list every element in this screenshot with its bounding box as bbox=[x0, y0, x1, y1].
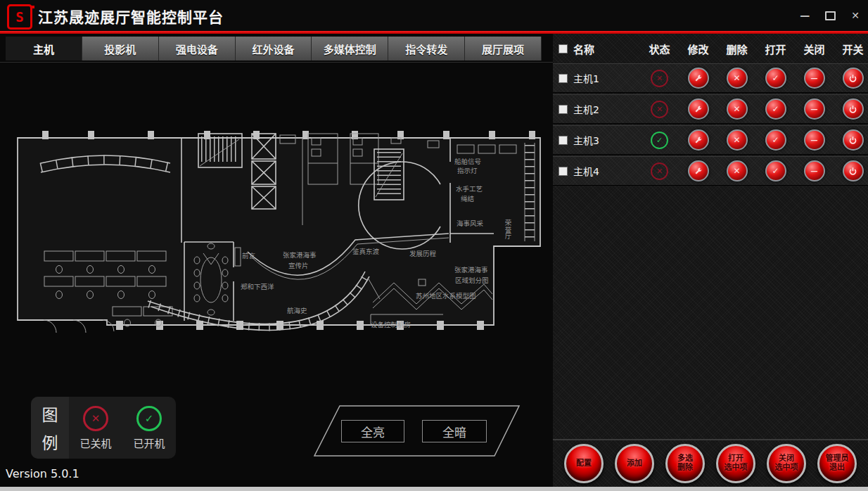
status-icon bbox=[651, 132, 668, 149]
edit-button[interactable] bbox=[688, 68, 709, 89]
column-power: 开关 bbox=[834, 42, 868, 56]
power-button[interactable] bbox=[843, 98, 864, 120]
window-bottom-border bbox=[0, 487, 868, 491]
column-open: 打开 bbox=[756, 42, 795, 56]
open-button[interactable] bbox=[765, 160, 786, 181]
label-navigation-history: 航海史 bbox=[287, 307, 307, 314]
door-arcs bbox=[44, 320, 114, 333]
device-name: 主机3 bbox=[573, 133, 599, 147]
row-checkbox[interactable] bbox=[559, 167, 568, 176]
column-edit: 修改 bbox=[679, 42, 717, 56]
tab-multimedia-control[interactable]: 多媒体控制 bbox=[312, 37, 388, 60]
title-bar: S 江苏晟迹展厅智能控制平台 — ✕ bbox=[0, 0, 868, 31]
power-icon bbox=[848, 167, 857, 176]
tab-host[interactable]: 主机 bbox=[6, 37, 82, 60]
power-button[interactable] bbox=[843, 160, 864, 181]
close-button[interactable] bbox=[804, 68, 825, 89]
power-button[interactable] bbox=[843, 129, 864, 151]
row-checkbox[interactable] bbox=[559, 105, 568, 114]
label-zone-map: 区域划分图 bbox=[455, 276, 489, 284]
device-name: 主机2 bbox=[573, 102, 599, 116]
label-foreword: 前言 bbox=[242, 252, 256, 260]
delete-button[interactable] bbox=[727, 98, 748, 120]
legend: 图 例 已关机 已开机 bbox=[31, 397, 176, 459]
device-name: 主机4 bbox=[573, 164, 599, 178]
column-close: 关闭 bbox=[795, 42, 834, 56]
admin-logout-button[interactable]: 管理员 退出 bbox=[817, 444, 857, 483]
add-button[interactable]: 添加 bbox=[615, 444, 654, 483]
app-window: S 江苏晟迹展厅智能控制平台 — ✕ 主机 投影机 强电设备 红外设备 多媒体控… bbox=[0, 0, 868, 491]
legend-item-on: 已开机 bbox=[122, 406, 176, 450]
wrench-icon bbox=[694, 105, 703, 114]
edit-button[interactable] bbox=[688, 160, 709, 181]
tab-command-forward[interactable]: 指令转发 bbox=[388, 37, 465, 60]
power-icon bbox=[848, 136, 857, 145]
button-label: 选中项 bbox=[725, 464, 748, 473]
legend-title: 图 例 bbox=[31, 397, 69, 459]
tab-exhibit-items[interactable]: 展厅展项 bbox=[465, 37, 542, 60]
edit-button[interactable] bbox=[688, 129, 709, 151]
close-button[interactable] bbox=[804, 160, 825, 181]
power-button[interactable] bbox=[843, 68, 864, 89]
label-indicator-light: 指示灯 bbox=[457, 167, 478, 174]
row-checkbox[interactable] bbox=[559, 74, 568, 83]
open-selected-button[interactable]: 打开 选中项 bbox=[716, 444, 755, 483]
maximize-icon[interactable] bbox=[825, 11, 836, 20]
open-button[interactable] bbox=[765, 98, 786, 120]
row-checkbox[interactable] bbox=[559, 136, 568, 145]
powered-on-icon bbox=[136, 406, 162, 431]
app-logo-icon: S bbox=[7, 4, 32, 30]
legend-off-label: 已关机 bbox=[79, 435, 111, 450]
label-zjg-maritime: 张家港海事 bbox=[283, 251, 317, 259]
device-rows: 主机1 主机2 主机3 bbox=[553, 63, 868, 186]
select-all-checkbox[interactable] bbox=[559, 44, 568, 53]
close-icon[interactable]: ✕ bbox=[851, 11, 860, 20]
edit-button[interactable] bbox=[688, 98, 709, 120]
label-zhenghe-voyage: 郑和下西洋 bbox=[241, 283, 274, 291]
close-selected-button[interactable]: 关闭 选中项 bbox=[767, 444, 806, 483]
tab-projector[interactable]: 投影机 bbox=[82, 37, 159, 60]
close-button[interactable] bbox=[804, 129, 825, 151]
wrench-icon bbox=[694, 167, 703, 176]
button-label: 退出 bbox=[829, 464, 845, 473]
configure-button[interactable]: 配置 bbox=[564, 444, 604, 483]
table-row[interactable]: 主机1 bbox=[553, 63, 868, 93]
status-icon bbox=[651, 101, 668, 118]
multi-delete-button[interactable]: 多选 删除 bbox=[665, 444, 705, 483]
wrench-icon bbox=[694, 74, 703, 83]
table-row[interactable]: 主机3 bbox=[553, 125, 868, 155]
window-controls: — ✕ bbox=[800, 0, 860, 31]
table-header: 名称 状态 修改 删除 打开 关闭 开关 bbox=[553, 34, 868, 63]
table-row[interactable]: 主机4 bbox=[553, 156, 868, 186]
close-button[interactable] bbox=[804, 98, 825, 120]
label-jianzhen-voyage: 鉴真东渡 bbox=[352, 248, 380, 255]
power-icon bbox=[848, 74, 857, 83]
label-water-system-model: 苏州地区水系模型图 bbox=[416, 292, 476, 300]
app-title: 江苏晟迹展厅智能控制平台 bbox=[38, 6, 224, 27]
table-row[interactable]: 主机2 bbox=[553, 94, 868, 124]
all-dark-button[interactable]: 全暗 bbox=[422, 420, 487, 442]
open-button[interactable] bbox=[765, 129, 786, 151]
button-label: 删除 bbox=[677, 464, 693, 473]
legend-title-char1: 图 bbox=[42, 402, 58, 426]
open-button[interactable] bbox=[765, 68, 786, 89]
version-text: Version 5.0.1 bbox=[6, 467, 79, 480]
delete-button[interactable] bbox=[727, 160, 748, 181]
delete-button[interactable] bbox=[727, 129, 748, 151]
status-icon bbox=[651, 162, 668, 180]
label-ship-signal: 船舶信号 bbox=[454, 158, 481, 165]
delete-button[interactable] bbox=[727, 68, 748, 89]
device-name: 主机1 bbox=[573, 71, 599, 85]
column-status: 状态 bbox=[640, 42, 679, 56]
label-sailor-craft: 水手工艺 bbox=[456, 185, 483, 193]
minimize-icon[interactable]: — bbox=[800, 11, 810, 20]
button-label: 选中项 bbox=[775, 464, 798, 473]
tab-bar: 主机 投影机 强电设备 红外设备 多媒体控制 指令转发 展厅展项 bbox=[6, 37, 542, 60]
label-promo-film: 宣传片 bbox=[288, 262, 309, 269]
legend-item-off: 已关机 bbox=[69, 406, 122, 450]
all-bright-button[interactable]: 全亮 bbox=[341, 420, 404, 442]
button-label: 添加 bbox=[627, 459, 642, 468]
tab-infrared-devices[interactable]: 红外设备 bbox=[236, 37, 312, 60]
tab-power-devices[interactable]: 强电设备 bbox=[159, 37, 236, 60]
label-development-history: 发展历程 bbox=[409, 250, 437, 257]
